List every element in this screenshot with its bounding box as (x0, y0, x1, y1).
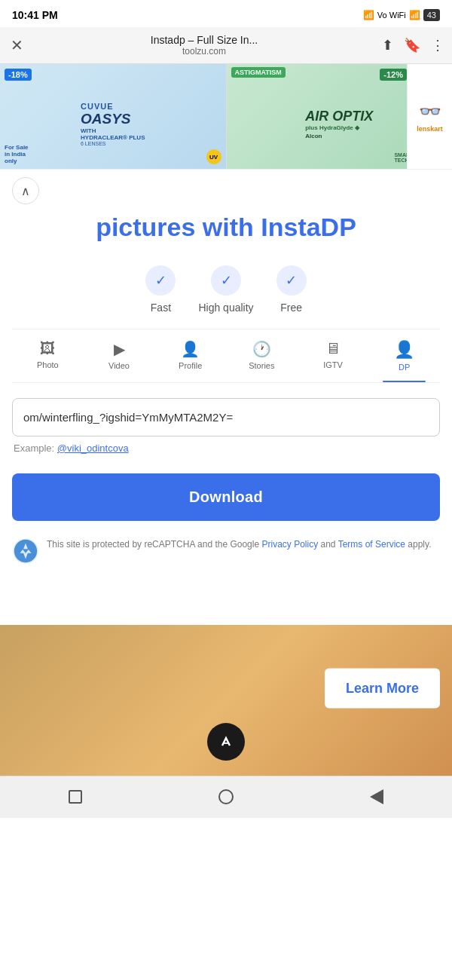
browser-domain: toolzu.com (182, 46, 226, 57)
battery-indicator: 43 (423, 9, 440, 21)
browser-actions: ⬆ 🔖 ⋮ (382, 37, 444, 54)
tab-profile-label: Profile (179, 361, 202, 370)
back-icon (370, 789, 383, 804)
stories-icon: 🕐 (252, 340, 271, 358)
tab-photo[interactable]: 🖼 Photo (12, 334, 84, 378)
ad-banner-top: -18% CUVUE OASYS WITH HYDRACLEAR® PLUS 6… (0, 64, 452, 170)
tab-photo-label: Photo (37, 360, 59, 369)
collapse-section: ∧ (0, 170, 452, 212)
features-row: ✓ Fast ✓ High quality ✓ Free (0, 258, 452, 329)
svg-point-0 (215, 731, 237, 752)
astigmatism-tag: ASTIGMATISM (231, 67, 286, 78)
input-section: Example: @viki_odintcova (0, 383, 452, 461)
lenskart-panel[interactable]: 👓 lenskart (407, 64, 452, 169)
browser-close-button[interactable]: ✕ (8, 33, 26, 57)
recent-apps-icon (69, 790, 82, 804)
privacy-policy-link[interactable]: Privacy Policy (261, 539, 318, 550)
back-button[interactable] (366, 786, 387, 807)
ad-bottom-banner[interactable]: Learn More (0, 625, 452, 776)
tab-dp[interactable]: 👤 DP (368, 334, 440, 378)
igtv-icon: 🖥 (325, 340, 341, 357)
wifi-icon: 📶 (409, 10, 420, 20)
example-link[interactable]: @viki_odintcova (57, 443, 129, 454)
browser-chrome: ✕ Instadp – Full Size In... toolzu.com ⬆… (0, 27, 452, 64)
browser-url-bar[interactable]: Instadp – Full Size In... toolzu.com (34, 34, 374, 57)
tab-video[interactable]: ▶ Video (84, 334, 155, 378)
tab-dp-label: DP (399, 363, 410, 372)
download-section: Download (0, 461, 452, 528)
tab-stories-label: Stories (249, 361, 274, 370)
recaptcha-text: This site is protected by reCAPTCHA and … (47, 537, 431, 551)
tab-navigation: 🖼 Photo ▶ Video 👤 Profile 🕐 Stories 🖥 IG… (12, 329, 440, 383)
ad-badge-1: -18% (5, 69, 32, 81)
hero-title: pictures with InstaDP (0, 212, 452, 258)
collapse-button[interactable]: ∧ (12, 177, 39, 204)
share-icon[interactable]: ⬆ (382, 37, 393, 54)
tab-igtv-label: IGTV (323, 360, 343, 369)
feature-label-free: Free (280, 302, 302, 314)
home-icon (218, 789, 234, 804)
feature-check-fast: ✓ (145, 265, 176, 296)
menu-icon[interactable]: ⋮ (431, 37, 444, 54)
feature-check-free: ✓ (276, 265, 307, 296)
feature-high-quality: ✓ High quality (198, 265, 253, 314)
tab-video-label: Video (108, 361, 130, 370)
ad-logo-cuvue: CUVUE OASYS WITH HYDRACLEAR® PLUS 6 LENS… (0, 64, 226, 169)
terms-of-service-link[interactable]: Terms of Service (338, 539, 405, 550)
bottom-ad-logo (207, 723, 245, 761)
photo-icon: 🖼 (40, 340, 55, 357)
recent-apps-button[interactable] (65, 786, 86, 807)
ad-item-cuvue[interactable]: -18% CUVUE OASYS WITH HYDRACLEAR® PLUS 6… (0, 64, 227, 169)
status-icons: 📶 Vo WiFi 📶 43 (363, 9, 440, 21)
recaptcha-section: This site is protected by reCAPTCHA and … (0, 528, 452, 580)
download-button[interactable]: Download (12, 473, 440, 521)
dp-icon: 👤 (394, 340, 414, 360)
browser-toolbar: ✕ Instadp – Full Size In... toolzu.com ⬆… (0, 27, 452, 63)
ad-badge-2: -12% (380, 69, 407, 81)
example-prefix: Example: (14, 443, 57, 454)
spacer (0, 580, 452, 625)
signal-icon: 📶 (363, 10, 374, 20)
feature-free: ✓ Free (276, 265, 307, 314)
bookmark-icon[interactable]: 🔖 (404, 37, 420, 54)
profile-icon: 👤 (181, 340, 200, 358)
video-icon: ▶ (114, 340, 125, 358)
android-nav-bar (0, 776, 452, 818)
feature-label-fast: Fast (151, 302, 171, 314)
home-button[interactable] (215, 786, 237, 807)
url-input[interactable] (12, 398, 440, 436)
status-time: 10:41 PM (12, 9, 58, 21)
wifi-label: Vo WiFi (377, 11, 406, 20)
recaptcha-logo (12, 537, 39, 565)
main-content: ∧ pictures with InstaDP ✓ Fast ✓ High qu… (0, 170, 452, 776)
tab-profile[interactable]: 👤 Profile (154, 334, 226, 378)
feature-check-quality: ✓ (211, 265, 241, 296)
feature-label-quality: High quality (198, 302, 253, 314)
tab-stories[interactable]: 🕐 Stories (226, 334, 298, 378)
example-text: Example: @viki_odintcova (12, 443, 440, 454)
browser-page-title: Instadp – Full Size In... (151, 34, 258, 46)
tab-igtv[interactable]: 🖥 IGTV (298, 334, 369, 378)
feature-fast: ✓ Fast (145, 265, 176, 314)
status-bar: 10:41 PM 📶 Vo WiFi 📶 43 (0, 0, 452, 27)
learn-more-button[interactable]: Learn More (325, 668, 440, 708)
